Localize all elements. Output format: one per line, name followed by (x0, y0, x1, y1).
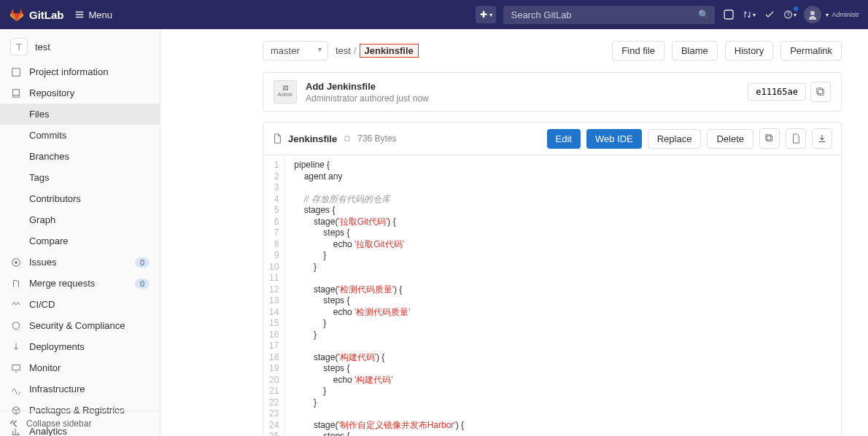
branch-selector[interactable]: master (263, 41, 328, 61)
chevron-left-icon (10, 419, 20, 429)
sidebar-item-label: CI/CD (29, 299, 55, 310)
sidebar-item-ci-cd[interactable]: CI/CD (0, 294, 160, 315)
breadcrumb-file: Jenkinsfile (360, 44, 419, 58)
sidebar-item-label: Commits (29, 130, 66, 141)
svg-text:?: ? (787, 11, 790, 17)
commit-sha[interactable]: e11165ae (748, 83, 806, 101)
sidebar-item-label: Infrastructure (29, 384, 85, 394)
sidebar-item-security-compliance[interactable]: Security & Compliance (0, 315, 160, 336)
collapse-sidebar[interactable]: Collapse sidebar (0, 410, 160, 436)
file-name: Jenkinsfile (288, 133, 337, 144)
svg-rect-13 (766, 135, 771, 140)
delete-button[interactable]: Delete (707, 129, 753, 149)
breadcrumb-project[interactable]: test (336, 45, 351, 56)
sidebar-item-issues[interactable]: Issues0 (0, 252, 160, 273)
sidebar-item-deployments[interactable]: Deployments (0, 336, 160, 357)
svg-rect-12 (767, 136, 772, 141)
sidebar-item-contributors[interactable]: Contributors (0, 188, 160, 209)
commit-box: 🖼Admir Add Jenkinsfile Administrator aut… (263, 72, 842, 112)
infrastructure-icon (10, 384, 22, 394)
ci-cd-icon (10, 300, 22, 310)
hamburger-icon (74, 9, 85, 20)
file-icon (272, 133, 282, 144)
svg-point-6 (15, 261, 18, 264)
sidebar-item-label: Contributors (29, 193, 81, 204)
web-ide-button[interactable]: Web IDE (586, 129, 642, 149)
svg-rect-9 (818, 90, 824, 96)
sidebar: T test Project informationRepositoryFile… (0, 29, 160, 436)
merge-requests-icon[interactable]: ▾ (743, 8, 756, 21)
issues-icon (10, 257, 22, 268)
sidebar-item-infrastructure[interactable]: Infrastructure (0, 378, 160, 400)
security-compliance-icon (10, 321, 22, 331)
sidebar-item-label: Repository (29, 87, 74, 98)
sidebar-item-label: Files (29, 109, 49, 120)
gitlab-icon (9, 7, 25, 23)
svg-rect-4 (12, 68, 20, 76)
sidebar-item-label: Project information (29, 66, 108, 77)
project-avatar: T (10, 38, 28, 55)
svg-rect-11 (345, 136, 349, 141)
merge-requests-icon (10, 279, 22, 289)
edit-button[interactable]: Edit (547, 129, 581, 149)
brand-text: GitLab (29, 9, 64, 21)
menu-toggle[interactable]: Menu (74, 9, 113, 20)
project-header[interactable]: T test (0, 32, 160, 61)
copy-sha-icon[interactable] (810, 82, 831, 102)
blame-button[interactable]: Blame (672, 41, 718, 61)
code-viewer: 1234567891011121314151617181920212223242… (263, 155, 841, 436)
sidebar-item-monitor[interactable]: Monitor (0, 357, 160, 378)
sidebar-item-branches[interactable]: Branches (0, 146, 160, 167)
sidebar-item-label: Tags (29, 172, 49, 183)
replace-button[interactable]: Replace (648, 129, 702, 149)
search-input[interactable] (503, 6, 715, 24)
download-icon[interactable] (812, 128, 832, 149)
breadcrumb: test / Jenkinsfile (336, 44, 419, 58)
sidebar-item-label: Security & Compliance (29, 320, 125, 331)
copy-filename-icon[interactable] (343, 134, 352, 143)
main-content: master test / Jenkinsfile Find file Blam… (160, 29, 868, 436)
sidebar-item-commits[interactable]: Commits (0, 125, 160, 146)
svg-point-3 (810, 11, 815, 15)
file-viewer: Jenkinsfile 736 Bytes Edit Web IDE Repla… (263, 122, 842, 436)
todos-icon[interactable] (763, 8, 776, 21)
project-information-icon (10, 67, 22, 77)
sidebar-item-tags[interactable]: Tags (0, 167, 160, 188)
sidebar-item-graph[interactable]: Graph (0, 209, 160, 230)
commit-title[interactable]: Add Jenkinsfile (306, 81, 429, 92)
issues-icon[interactable] (722, 8, 735, 21)
repository-icon (10, 88, 22, 98)
find-file-button[interactable]: Find file (612, 41, 664, 61)
sidebar-item-label: Compare (29, 235, 68, 246)
search-icon: 🔍 (698, 9, 709, 20)
user-label: Administr (832, 11, 859, 18)
user-avatar[interactable] (804, 6, 821, 23)
count-badge: 0 (135, 257, 150, 268)
sidebar-item-label: Merge requests (29, 278, 95, 289)
sidebar-item-label: Monitor (29, 362, 61, 373)
topbar: GitLab Menu ✚ 🔍 ▾ ?▾ Administr (0, 0, 868, 29)
sidebar-item-label: Issues (29, 257, 57, 268)
sidebar-item-files[interactable]: Files (0, 104, 160, 125)
commit-avatar: 🖼Admir (274, 80, 297, 104)
copy-contents-icon[interactable] (759, 128, 780, 149)
project-name: test (35, 42, 50, 52)
svg-rect-7 (12, 365, 20, 370)
gitlab-logo[interactable]: GitLab (9, 7, 64, 23)
sidebar-item-label: Branches (29, 151, 69, 162)
history-button[interactable]: History (725, 41, 773, 61)
sidebar-item-project-information[interactable]: Project information (0, 61, 160, 82)
sidebar-item-label: Deployments (29, 341, 85, 352)
help-icon[interactable]: ?▾ (783, 8, 797, 21)
file-size: 736 Bytes (357, 133, 396, 144)
sidebar-item-merge-requests[interactable]: Merge requests0 (0, 273, 160, 294)
svg-rect-0 (724, 10, 733, 19)
sidebar-item-repository[interactable]: Repository (0, 82, 160, 104)
permalink-button[interactable]: Permalink (780, 41, 842, 61)
monitor-icon (10, 363, 22, 373)
count-badge: 0 (135, 279, 150, 289)
new-dropdown[interactable]: ✚ (476, 6, 496, 23)
raw-icon[interactable] (786, 128, 806, 149)
svg-rect-10 (817, 88, 823, 94)
sidebar-item-compare[interactable]: Compare (0, 230, 160, 252)
